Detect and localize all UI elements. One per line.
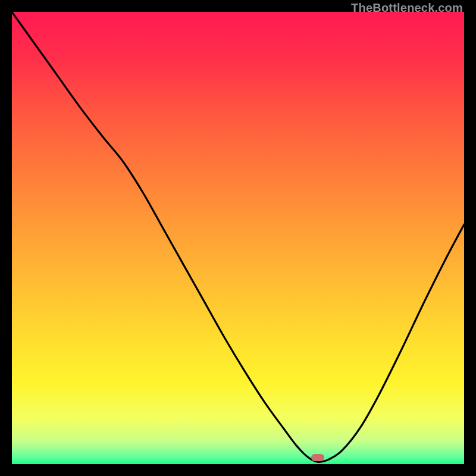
optimum-marker [311, 454, 324, 461]
gradient-background [12, 12, 464, 464]
chart-frame [12, 12, 464, 464]
watermark-text: TheBottleneck.com [351, 1, 463, 15]
bottleneck-plot [12, 12, 464, 464]
